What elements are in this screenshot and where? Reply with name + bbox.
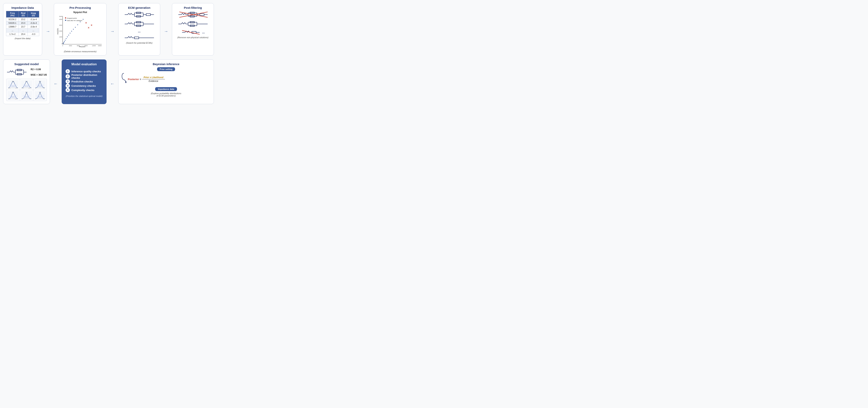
svg-text:16000: 16000	[98, 45, 102, 46]
svg-text:5000: 5000	[59, 16, 62, 17]
svg-text:3000: 3000	[59, 25, 62, 26]
numerator: Prior x Likelihood	[142, 76, 165, 79]
eval-subtitle: (Prioritize the statistical optimal mode…	[66, 95, 103, 97]
suggested-model-card: Suggested model	[3, 60, 50, 104]
impedance-data-title: Impedance Data	[11, 6, 34, 9]
table-cell: 13989.7	[6, 25, 19, 29]
nyquist-plot: -Im(Z)/Ω Re(Z)/Ω 0 2000 4000 8000 12000 …	[57, 14, 104, 49]
eval-label: Predictive checks	[71, 80, 93, 83]
postfilter-circuit-3	[181, 30, 200, 35]
eval-label: Posterior distribution checks	[71, 73, 103, 79]
svg-point-25	[71, 31, 72, 32]
svg-text:2000: 2000	[69, 45, 72, 46]
svg-point-20	[65, 40, 66, 40]
eval-label: Consistency checks	[71, 84, 96, 87]
arrow-5: ←	[110, 60, 115, 104]
svg-text:0: 0	[62, 45, 63, 46]
svg-text:30000: 30000	[15, 99, 17, 100]
eval-label: Complexity checks	[71, 89, 94, 92]
postfilter-ellipsis: ...	[202, 31, 205, 34]
svg-text:Dropped points: Dropped points	[67, 18, 77, 19]
postfiltering-card: Post-filtering	[172, 3, 214, 56]
impedance-data-card: Impedance Data Freq(Hz) Real(Ω) Imag(Ω) …	[3, 3, 42, 56]
mini-plot-svg-2: R∞1 12000 18000 96% HDI	[21, 80, 32, 89]
svg-text:0: 0	[61, 43, 62, 44]
eval-item: 2Posterior distribution checks	[66, 73, 103, 79]
eval-item: 1Inference quality checks	[66, 69, 103, 73]
table-cell: -3.2e-4	[28, 21, 39, 25]
svg-point-28	[77, 24, 78, 25]
svg-point-29	[80, 22, 81, 22]
table-cell: -0.3	[28, 32, 39, 36]
preprocessing-subtitle: (Delete erroneous measurements)	[64, 50, 97, 53]
eval-items-list: 1Inference quality checks2Posterior dist…	[66, 69, 103, 92]
svg-point-36	[65, 20, 66, 21]
svg-text:96% HDI: 96% HDI	[25, 97, 28, 98]
svg-text:Data after KK validation: Data after KK validation	[67, 20, 82, 22]
svg-text:0.45: 0.45	[29, 99, 31, 100]
preprocessing-card: Pre-Processing Nyquist Plot -Im(Z)/Ω Re(…	[54, 3, 106, 56]
ecm-generation-card: ECM generation	[118, 3, 160, 56]
mini-plot-1: R∞w 20000 40000 96% HDI	[7, 79, 20, 90]
eval-num: 2	[66, 74, 70, 78]
mini-plot-5: R∞2 0.1 0.45 96% HDI	[20, 90, 33, 100]
svg-text:4000: 4000	[59, 19, 62, 20]
mini-plot-svg-5: R∞2 0.1 0.45 96% HDI	[21, 91, 32, 100]
impedance-subtitle: (Import the data)	[14, 37, 30, 40]
arrow-3: →	[163, 3, 169, 56]
mini-plot-svg-3: P∞w 0.5 0.85 96% HDI	[34, 80, 46, 89]
eval-item: 4Consistency checks	[66, 83, 103, 88]
table-cell: 29.4	[19, 32, 28, 36]
col-real: Real(Ω)	[19, 11, 28, 18]
svg-point-26	[73, 29, 74, 30]
bayesian-title: Bayesian inference	[153, 62, 180, 66]
arrow-2: →	[110, 3, 115, 56]
svg-text:96% HDI: 96% HDI	[11, 97, 14, 98]
impedance-data-box: Impedance data	[155, 87, 177, 91]
svg-text:10000: 10000	[8, 99, 10, 100]
posterior-label: Posterior	[128, 78, 139, 81]
postfilter-circuits: ...	[175, 11, 211, 35]
table-cell: ...	[19, 29, 28, 32]
mini-plot-2: R∞1 12000 18000 96% HDI	[20, 79, 33, 90]
svg-text:4000: 4000	[77, 45, 80, 46]
svg-rect-49	[146, 14, 151, 15]
main-container: Impedance Data Freq(Hz) Real(Ω) Imag(Ω) …	[3, 3, 214, 104]
postfilter-circuit-1	[177, 11, 209, 18]
eval-num: 1	[66, 69, 70, 73]
bayes-eq-row: Posterior = Prior x Likelihood Evidence	[128, 76, 165, 82]
svg-point-18	[63, 42, 64, 43]
model-evaluation-card: Model evaluation 1Inference quality chec…	[62, 60, 106, 104]
svg-text:×: ×	[91, 24, 92, 27]
eval-num: 3	[66, 79, 70, 83]
svg-text:96% HDI: 96% HDI	[38, 97, 41, 98]
svg-text:40000: 40000	[15, 88, 18, 89]
table-cell: -3.1e-4	[28, 18, 39, 21]
svg-text:18000: 18000	[28, 88, 31, 89]
top-row: Impedance Data Freq(Hz) Real(Ω) Imag(Ω) …	[3, 3, 214, 56]
svg-text:0.85: 0.85	[43, 88, 45, 89]
table-cell: 23.2	[19, 18, 28, 21]
table-cell: 23.7	[19, 25, 28, 29]
svg-text:96% HDI: 96% HDI	[25, 86, 28, 87]
prior-setting-box: Prior setting	[157, 67, 175, 71]
arrow-1: →	[45, 3, 51, 56]
bayesian-inference-card: Bayesian inference Prior setting Posteri…	[118, 60, 214, 104]
svg-point-24	[70, 33, 70, 34]
svg-text:12000: 12000	[22, 88, 24, 89]
svg-point-22	[67, 36, 68, 37]
svg-text:0.1: 0.1	[35, 99, 36, 100]
ecm-subtitle: (Search for potential ECMs)	[126, 42, 153, 44]
svg-text:12000: 12000	[92, 45, 96, 46]
svg-text:96% HDI: 96% HDI	[11, 86, 14, 87]
denominator: Evidence	[147, 79, 160, 82]
arrow-4: ←	[53, 60, 59, 104]
table-row: 53220.123.3-3.2e-4	[6, 21, 39, 25]
postfiltering-title: Post-filtering	[184, 6, 202, 9]
svg-text:1000: 1000	[59, 36, 62, 38]
table-cell: 23.3	[19, 21, 28, 25]
svg-text:0.45: 0.45	[43, 99, 45, 100]
col-imag: Imag(Ω)	[28, 11, 39, 18]
table-cell: 1.7e-2	[6, 32, 19, 36]
eval-item: 5Complexity checks	[66, 88, 103, 92]
